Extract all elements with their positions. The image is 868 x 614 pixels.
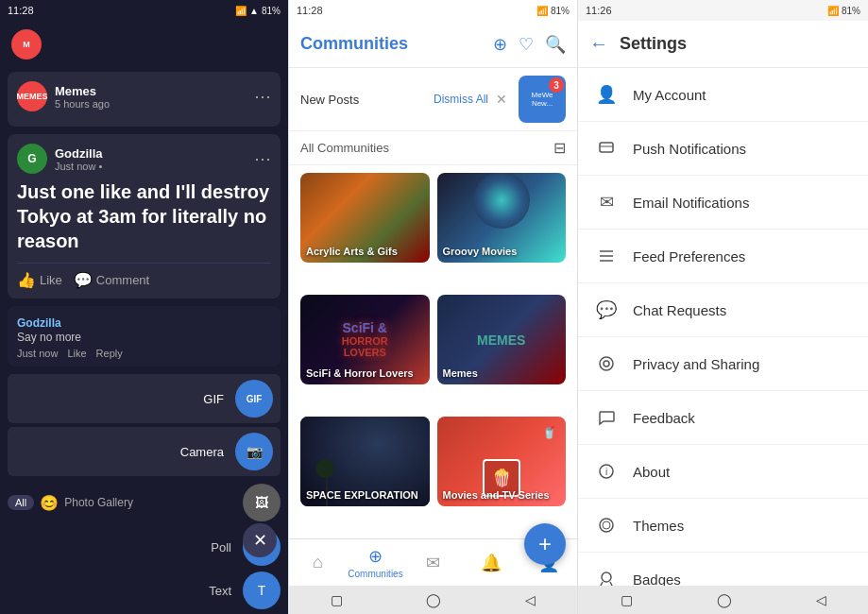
settings-android-square[interactable]: ▢ xyxy=(621,592,633,607)
settings-android-back[interactable]: ◁ xyxy=(816,592,826,607)
new-post-badge: 3 xyxy=(549,77,564,93)
groovy-name: Groovy Movies xyxy=(443,246,518,257)
communities-time: 11:28 xyxy=(297,5,323,16)
fab-add-community[interactable]: + xyxy=(524,523,566,565)
comm-android-back[interactable]: ◁ xyxy=(525,592,536,607)
post-author-row: MEMES Memes 5 hours ago ⋯ xyxy=(17,81,271,111)
community-card-memes[interactable]: MEMES Memes xyxy=(437,295,567,384)
chat-req-icon: 💬 xyxy=(593,297,620,323)
nav-notif-comm[interactable]: 🔔 xyxy=(462,553,519,573)
comm-android-square[interactable]: ▢ xyxy=(331,592,343,607)
nav-messages-comm[interactable]: ✉ xyxy=(404,553,462,573)
settings-item-themes[interactable]: Themes xyxy=(578,499,868,553)
movies-name: Movies and TV Series xyxy=(443,489,550,501)
communities-status-bar: 11:28 📶 81% xyxy=(289,0,577,21)
comm-battery-label: 81% xyxy=(551,6,570,16)
push-notif-label: Push Notifications xyxy=(633,141,746,157)
all-communities-label: All Communities xyxy=(300,141,553,155)
back-button[interactable]: ← xyxy=(589,33,608,55)
settings-signal-icon: 📶 xyxy=(827,6,839,16)
nav-communities-comm[interactable]: ⊕ Communities xyxy=(347,546,404,579)
comment-meta: Just now Like Reply xyxy=(17,348,271,359)
godzilla-time: Just now • xyxy=(55,161,254,172)
text-button[interactable]: T xyxy=(243,571,281,609)
settings-item-feed-pref[interactable]: Feed Preferences xyxy=(578,230,868,283)
community-card-scifi[interactable]: SciFi & HORROR LOVERS SciFi & Horror Lov… xyxy=(300,295,430,384)
communities-comm-icon: ⊕ xyxy=(368,546,383,567)
svg-text:i: i xyxy=(605,467,607,477)
godzilla-name: Godzilla xyxy=(55,146,254,161)
post-more-btn[interactable]: ⋯ xyxy=(254,86,271,107)
wifi-icon: ▲ xyxy=(249,6,259,16)
godzilla-more-btn[interactable]: ⋯ xyxy=(254,148,271,169)
comment-button[interactable]: 💬 Comment xyxy=(74,271,149,289)
settings-item-about[interactable]: i About xyxy=(578,445,868,499)
text-row: Text T xyxy=(0,569,288,612)
svg-point-6 xyxy=(604,361,609,367)
settings-item-privacy[interactable]: Privacy and Sharing xyxy=(578,337,868,391)
settings-item-email-notif[interactable]: ✉ Email Notifications xyxy=(578,176,868,230)
feed-status-icons: 📶 ▲ 81% xyxy=(235,6,281,16)
settings-title: Settings xyxy=(620,34,687,54)
community-card-acrylic[interactable]: Acrylic Arts & Gifs xyxy=(300,173,430,263)
communities-header: Communities ⊕ ♡ 🔍 xyxy=(289,21,577,68)
settings-panel: 11:26 📶 81% ← Settings 👤 My Account Push… xyxy=(578,0,868,614)
comment-like-btn[interactable]: Like xyxy=(67,348,86,359)
badges-icon xyxy=(593,566,620,586)
comment-reply-btn[interactable]: Reply xyxy=(96,348,123,359)
comment-section: Godzilla Say no more Just now Like Reply xyxy=(8,306,281,367)
themes-label: Themes xyxy=(633,518,684,534)
email-notif-icon: ✉ xyxy=(593,189,620,215)
gif-button[interactable]: GIF xyxy=(235,380,273,418)
communities-search-icon[interactable]: 🔍 xyxy=(545,34,566,55)
community-card-movies[interactable]: 🍿 🥤 Movies and TV Series xyxy=(437,417,567,506)
community-card-space[interactable]: SPACE EXPLORATION xyxy=(300,417,430,506)
communities-create-icon[interactable]: ⊕ xyxy=(493,34,507,55)
settings-status-icons: 📶 81% xyxy=(827,6,860,16)
nav-home-comm[interactable]: ⌂ xyxy=(289,553,347,572)
godzilla-meta: Godzilla Just now • xyxy=(55,146,254,172)
signal-icon: 📶 xyxy=(235,6,247,16)
email-notif-label: Email Notifications xyxy=(633,195,749,211)
settings-item-account[interactable]: 👤 My Account xyxy=(578,68,868,122)
filter-icon[interactable]: ⊟ xyxy=(553,139,566,157)
photo-gallery-text: Photo Gallery xyxy=(64,496,133,509)
new-post-thumbnail[interactable]: 3 MeWe New... xyxy=(519,76,566,123)
all-filter-btn[interactable]: All xyxy=(8,495,34,510)
feed-post-card: MEMES Memes 5 hours ago ⋯ xyxy=(8,72,281,127)
post-text-content: Just one like and I'll destroy Tokyo at … xyxy=(17,179,271,253)
settings-item-feedback[interactable]: Feedback xyxy=(578,391,868,445)
settings-item-badges[interactable]: Badges xyxy=(578,553,868,586)
communities-header-icons: ⊕ ♡ 🔍 xyxy=(493,34,566,55)
camera-button[interactable]: 📷 xyxy=(235,433,273,470)
like-label: Like xyxy=(40,273,62,287)
settings-header: ← Settings xyxy=(578,21,868,68)
community-card-groovy[interactable]: Groovy Movies xyxy=(437,173,567,263)
settings-item-push-notif[interactable]: Push Notifications xyxy=(578,122,868,176)
close-overlay-button[interactable]: ✕ xyxy=(243,523,277,557)
photo-gallery-button[interactable]: 🖼 xyxy=(243,484,281,521)
all-communities-header: All Communities ⊟ xyxy=(289,131,577,165)
svg-point-10 xyxy=(603,521,610,529)
about-icon: i xyxy=(593,458,620,485)
comm-android-circle[interactable]: ◯ xyxy=(426,592,441,607)
post-actions: 👍 Like 💬 Comment xyxy=(17,263,271,289)
settings-android-circle[interactable]: ◯ xyxy=(717,592,732,607)
communities-favorite-icon[interactable]: ♡ xyxy=(519,34,534,55)
dismiss-all-btn[interactable]: Dismiss All xyxy=(434,93,488,106)
feed-header-avatar: M xyxy=(11,29,42,60)
text-format-icon: T xyxy=(258,583,266,598)
post-avatar-memes: MEMES xyxy=(17,81,47,111)
like-button[interactable]: 👍 Like xyxy=(17,271,62,289)
photo-gallery-label: Photo Gallery xyxy=(64,496,133,509)
camera-icon: 📷 xyxy=(247,444,263,459)
communities-panel: 11:28 📶 81% Communities ⊕ ♡ 🔍 New Posts … xyxy=(288,0,578,614)
post-meta: Memes 5 hours ago xyxy=(55,84,254,110)
emoji-face-icon: 😊 xyxy=(40,494,59,512)
camera-toolbar-row: Camera 📷 xyxy=(8,427,281,476)
dismiss-x-btn[interactable]: ✕ xyxy=(496,92,507,107)
settings-time: 11:26 xyxy=(586,5,612,16)
settings-item-chat-req[interactable]: 💬 Chat Requests xyxy=(578,283,868,337)
post-time: 5 hours ago xyxy=(55,98,254,110)
settings-status-bar: 11:26 📶 81% xyxy=(578,0,868,21)
